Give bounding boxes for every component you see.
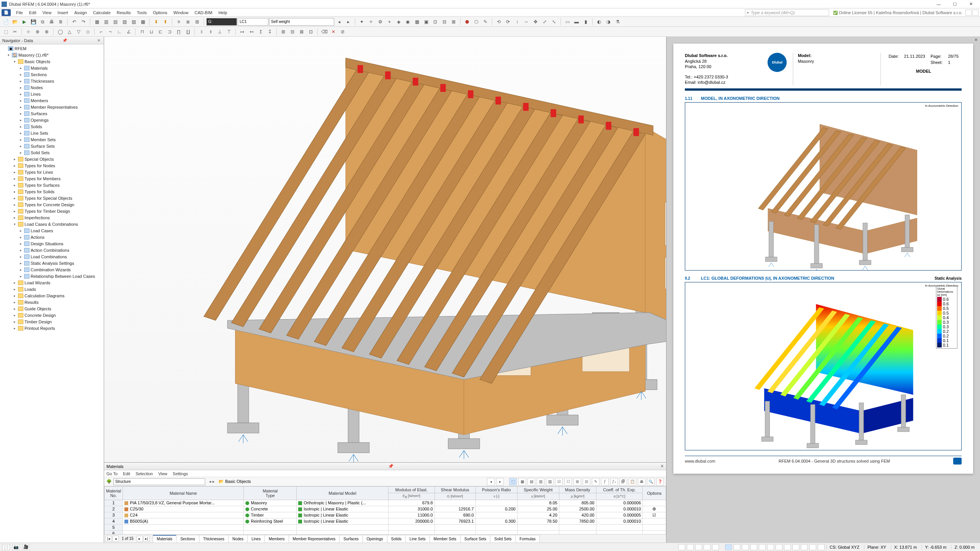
sb-snap-icon[interactable]: ⬚	[2, 544, 10, 550]
close-button[interactable]: ✕	[963, 0, 978, 8]
save-icon[interactable]: ▶	[20, 18, 28, 26]
r10-icon[interactable]: ⊟	[440, 18, 449, 26]
t2-30-icon[interactable]: ⊠	[297, 28, 306, 36]
mt-b16-icon[interactable]: ❓	[656, 478, 664, 486]
t2-21-icon[interactable]: ⫵	[206, 28, 215, 36]
menu-edit[interactable]: Edit	[26, 8, 39, 16]
sb-cam-icon[interactable]: 📷	[12, 544, 20, 550]
tree-group[interactable]: ▸Types for Timber Design	[1, 208, 103, 214]
breadcrumb-basic-objects[interactable]: 📂 Basic Objects	[219, 479, 251, 484]
mt-select-icon[interactable]: ⬚	[509, 478, 517, 486]
tree-leaf[interactable]: ▸Lines	[1, 91, 103, 97]
tree-leaf[interactable]: ▸Sections	[1, 71, 103, 78]
menu-options[interactable]: Options	[150, 8, 170, 16]
sb-i3-icon[interactable]	[695, 544, 702, 550]
sb-i6-icon[interactable]	[725, 544, 732, 550]
menu-file[interactable]: File	[13, 8, 26, 16]
tree-group[interactable]: ▸Types for Solids	[1, 188, 103, 195]
mat-tab[interactable]: Surface Sets	[460, 535, 490, 543]
r25-icon[interactable]: ◐	[595, 18, 603, 26]
view1-icon[interactable]: ▦	[93, 18, 101, 26]
sb-i10-icon[interactable]	[759, 544, 766, 550]
r5-icon[interactable]: ◈	[394, 18, 403, 26]
menu-window[interactable]: Window	[170, 8, 191, 16]
t2-34-icon[interactable]: ⊘	[338, 28, 347, 36]
table-row[interactable]: 5	[105, 524, 666, 530]
t2-27-icon[interactable]: ↧	[266, 28, 274, 36]
mt-b6-icon[interactable]: ☐	[564, 478, 572, 486]
mt-b12-icon[interactable]: 🗐	[619, 478, 627, 486]
t2-3-icon[interactable]: ⊹	[24, 28, 33, 36]
r23-icon[interactable]: ▬	[572, 18, 581, 26]
tree-leaf[interactable]: ▸Nodes	[1, 84, 103, 91]
r8-icon[interactable]: ▣	[422, 18, 430, 26]
r3-icon[interactable]: ⚙	[376, 18, 384, 26]
r6-icon[interactable]: ◉	[403, 18, 412, 26]
mt-b13-icon[interactable]: 📋	[629, 478, 636, 486]
t2-6-icon[interactable]: ◯	[56, 28, 64, 36]
mat-tab[interactable]: Sections	[176, 535, 199, 543]
calc1-icon[interactable]: ≡	[175, 18, 183, 26]
t2-9-icon[interactable]: ◇	[83, 28, 92, 36]
tree-root[interactable]: ▣RFEM	[1, 45, 103, 52]
mat-tab[interactable]: Solid Sets	[490, 535, 516, 543]
tree-leaf[interactable]: ▸Thicknesses	[1, 78, 103, 84]
t2-26-icon[interactable]: ↥	[256, 28, 265, 36]
mat-tab[interactable]: Member Representatives	[289, 535, 340, 543]
r18-icon[interactable]: ↔	[522, 18, 531, 26]
tree-leaf[interactable]: ▸Solids	[1, 123, 103, 130]
sb-i8-icon[interactable]	[742, 544, 749, 550]
tab-first-icon[interactable]: |◂	[106, 536, 112, 542]
tree-leaf[interactable]: ▸Combination Wizards	[1, 266, 103, 273]
mt-prev-icon[interactable]: ◂	[487, 478, 495, 486]
navigator-tree[interactable]: ▣RFEM ▾🏠Masonry (1).rf6* ▾Basic Objects▸…	[0, 44, 104, 543]
calc3-icon[interactable]: ⊞	[193, 18, 201, 26]
col-therm[interactable]: Coeff. of Th. Exp.	[596, 487, 643, 493]
report-close-icon[interactable]: ✕	[974, 37, 978, 42]
menubar-restore-icon[interactable]	[965, 10, 972, 16]
sb-i4-icon[interactable]	[704, 544, 710, 550]
t2-17-icon[interactable]: ⊐	[165, 28, 174, 36]
col-mod[interactable]: Modulus of Elast.	[389, 487, 435, 493]
mat-tab[interactable]: Solids	[387, 535, 406, 543]
t2-24-icon[interactable]: ↦	[238, 28, 247, 36]
materials-close2-icon[interactable]: ✕	[660, 464, 664, 469]
t2-25-icon[interactable]: ↤	[247, 28, 256, 36]
col-no[interactable]: MaterialNo.	[105, 487, 123, 500]
r12-icon[interactable]: ⬣	[463, 18, 471, 26]
mt-b11-icon[interactable]: ƒₓ	[610, 478, 618, 486]
tree-leaf[interactable]: ▸Action Combinations	[1, 247, 103, 253]
panel-pin-icon[interactable]: 📌	[61, 38, 68, 42]
mt-b10-icon[interactable]: ƒ	[601, 478, 609, 486]
tree-leaf[interactable]: ▸Materials	[1, 65, 103, 71]
mat-menu-view[interactable]: View	[158, 471, 167, 476]
view2-icon[interactable]: ▥	[102, 18, 110, 26]
print-icon[interactable]: 🖶	[47, 18, 56, 26]
col-type[interactable]: MaterialType	[244, 487, 297, 500]
sb-i2-icon[interactable]	[687, 544, 694, 550]
sb-i14-icon[interactable]	[792, 544, 799, 550]
tree-group[interactable]: ▸Types for Concrete Design	[1, 201, 103, 208]
tree-leaf[interactable]: ▸Solid Sets	[1, 149, 103, 156]
t2-20-icon[interactable]: ⫴	[197, 28, 206, 36]
mt-b3-icon[interactable]: ▥	[537, 478, 544, 486]
menu-tools[interactable]: Tools	[134, 8, 150, 16]
mat-tab[interactable]: Member Sets	[430, 535, 461, 543]
r7-icon[interactable]: ▦	[413, 18, 421, 26]
model-viewport[interactable]	[104, 37, 666, 462]
menu-view[interactable]: View	[39, 8, 55, 16]
sb-i15-icon[interactable]	[801, 544, 808, 550]
mat-tab[interactable]: Lines	[247, 535, 265, 543]
mt-b5-icon[interactable]: ☑	[555, 478, 563, 486]
r4-icon[interactable]: ⌖	[385, 18, 394, 26]
tree-group[interactable]: ▸Special Objects	[1, 156, 103, 162]
r27-icon[interactable]: ⚗	[613, 18, 622, 26]
tree-group[interactable]: ▾Load Cases & Combinations	[1, 221, 103, 227]
mt-b8-icon[interactable]: ⊟	[583, 478, 590, 486]
load-icon[interactable]: ⬇	[152, 18, 160, 26]
menubar-close-icon[interactable]	[972, 10, 978, 16]
materials-close-icon[interactable]: 📌	[388, 464, 394, 469]
mat-tab[interactable]: Line Sets	[405, 535, 430, 543]
tree-leaf[interactable]: ▸Relationship Between Load Cases	[1, 273, 103, 279]
table-row[interactable]: 3C24TimberIsotropic | Linear Elastic1100…	[105, 512, 666, 518]
